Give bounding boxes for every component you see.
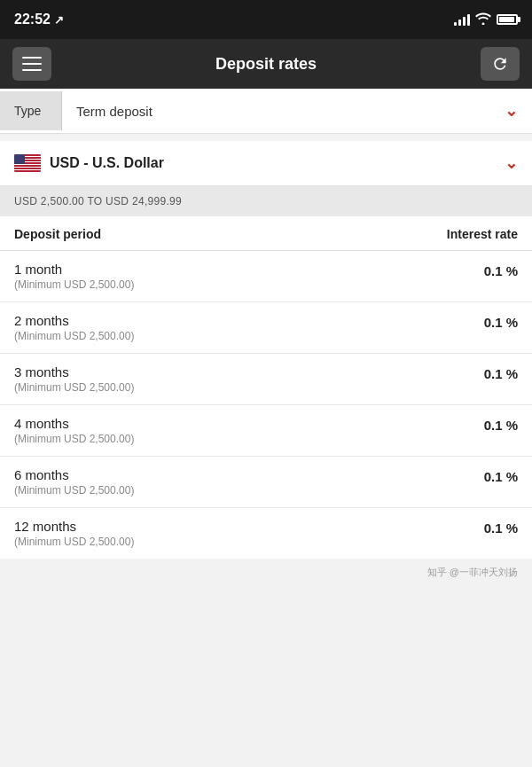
- rate-value: 0.1 %: [484, 469, 518, 484]
- period-minimum: (Minimum USD 2,500.00): [14, 330, 134, 342]
- wifi-icon: [475, 12, 491, 27]
- period-minimum: (Minimum USD 2,500.00): [14, 536, 134, 548]
- currency-chevron-icon: ⌄: [505, 153, 518, 173]
- currency-left: USD - U.S. Dollar: [14, 154, 164, 172]
- deposit-table: Deposit period Interest rate 1 month (Mi…: [0, 216, 532, 559]
- rate-value: 0.1 %: [484, 263, 518, 278]
- battery-icon: [497, 14, 518, 25]
- watermark: 知乎 @一菲冲天刘扬: [0, 559, 532, 586]
- period-name: 12 months: [14, 519, 134, 534]
- table-row: 12 months (Minimum USD 2,500.00) 0.1 %: [0, 508, 532, 559]
- rate-value: 0.1 %: [484, 520, 518, 536]
- table-row: 2 months (Minimum USD 2,500.00) 0.1 %: [0, 302, 532, 354]
- period-info: 1 month (Minimum USD 2,500.00): [14, 262, 134, 291]
- period-info: 4 months (Minimum USD 2,500.00): [14, 416, 134, 445]
- period-info: 6 months (Minimum USD 2,500.00): [14, 467, 134, 497]
- period-name: 6 months: [14, 467, 134, 482]
- period-info: 3 months (Minimum USD 2,500.00): [14, 364, 134, 394]
- usd-flag-icon: [14, 154, 41, 172]
- period-name: 2 months: [14, 313, 134, 328]
- period-info: 12 months (Minimum USD 2,500.00): [14, 519, 134, 548]
- type-dropdown-value: Term deposit: [76, 104, 153, 119]
- table-header: Deposit period Interest rate: [0, 216, 532, 251]
- type-label: Type: [0, 91, 62, 130]
- page-title: Deposit rates: [215, 55, 317, 74]
- period-minimum: (Minimum USD 2,500.00): [14, 433, 134, 445]
- rate-value: 0.1 %: [484, 418, 518, 433]
- rate-value: 0.1 %: [484, 315, 518, 330]
- table-row: 4 months (Minimum USD 2,500.00) 0.1 %: [0, 405, 532, 457]
- period-minimum: (Minimum USD 2,500.00): [14, 278, 134, 291]
- period-name: 1 month: [14, 262, 134, 277]
- type-selector: Type Term deposit ⌄: [0, 89, 532, 134]
- table-rows-container: 1 month (Minimum USD 2,500.00) 0.1 % 2 m…: [0, 251, 532, 559]
- signal-icon: [454, 13, 470, 26]
- nav-header: Deposit rates: [0, 39, 532, 89]
- period-name: 3 months: [14, 364, 134, 380]
- range-bar: USD 2,500.00 TO USD 24,999.99: [0, 186, 532, 216]
- status-time: 22:52 ↗: [14, 12, 64, 27]
- table-row: 1 month (Minimum USD 2,500.00) 0.1 %: [0, 251, 532, 302]
- currency-text: USD - U.S. Dollar: [50, 155, 164, 171]
- refresh-button[interactable]: [481, 47, 520, 81]
- location-icon: ↗: [54, 13, 64, 27]
- col-rate-header: Interest rate: [447, 227, 518, 241]
- period-minimum: (Minimum USD 2,500.00): [14, 381, 134, 394]
- menu-button[interactable]: [12, 47, 51, 81]
- rate-value: 0.1 %: [484, 366, 518, 381]
- table-row: 3 months (Minimum USD 2,500.00) 0.1 %: [0, 354, 532, 405]
- period-minimum: (Minimum USD 2,500.00): [14, 484, 134, 497]
- table-row: 6 months (Minimum USD 2,500.00) 0.1 %: [0, 457, 532, 508]
- type-dropdown[interactable]: Term deposit ⌄: [62, 89, 532, 133]
- status-bar: 22:52 ↗: [0, 0, 532, 39]
- col-period-header: Deposit period: [14, 227, 101, 241]
- chevron-down-icon: ⌄: [505, 101, 518, 121]
- period-name: 4 months: [14, 416, 134, 431]
- status-icons: [454, 12, 518, 27]
- period-info: 2 months (Minimum USD 2,500.00): [14, 313, 134, 342]
- currency-selector[interactable]: USD - U.S. Dollar ⌄: [0, 141, 532, 186]
